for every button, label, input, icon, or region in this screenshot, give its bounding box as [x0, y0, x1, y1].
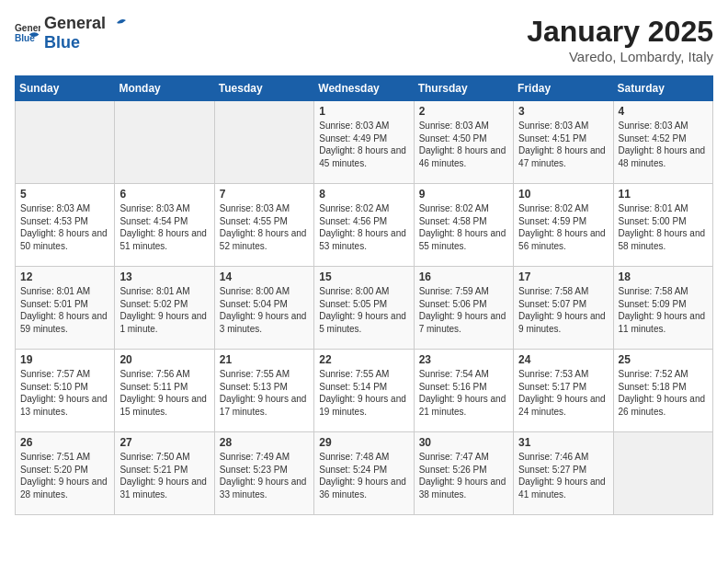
day-info: Sunrise: 8:02 AM Sunset: 4:58 PM Dayligh… [419, 202, 508, 252]
calendar-cell: 29Sunrise: 7:48 AM Sunset: 5:24 PM Dayli… [314, 432, 414, 515]
calendar-cell: 11Sunrise: 8:01 AM Sunset: 5:00 PM Dayli… [613, 184, 712, 267]
day-number: 31 [518, 436, 608, 449]
calendar-week-row: 12Sunrise: 8:01 AM Sunset: 5:01 PM Dayli… [16, 267, 713, 350]
calendar-cell: 19Sunrise: 7:57 AM Sunset: 5:10 PM Dayli… [16, 350, 115, 432]
day-info: Sunrise: 8:02 AM Sunset: 4:56 PM Dayligh… [319, 202, 408, 252]
day-number: 17 [518, 270, 608, 283]
day-number: 15 [319, 270, 408, 283]
calendar-cell: 5Sunrise: 8:03 AM Sunset: 4:53 PM Daylig… [16, 184, 115, 267]
calendar-cell: 25Sunrise: 7:52 AM Sunset: 5:18 PM Dayli… [613, 350, 712, 432]
calendar-header-thursday: Thursday [414, 76, 513, 101]
calendar-header-saturday: Saturday [613, 76, 712, 101]
day-number: 26 [20, 436, 109, 449]
calendar-cell: 3Sunrise: 8:03 AM Sunset: 4:51 PM Daylig… [514, 101, 613, 184]
calendar-week-row: 5Sunrise: 8:03 AM Sunset: 4:53 PM Daylig… [16, 184, 713, 267]
calendar-cell: 12Sunrise: 8:01 AM Sunset: 5:01 PM Dayli… [16, 267, 115, 350]
day-info: Sunrise: 8:01 AM Sunset: 5:00 PM Dayligh… [619, 202, 708, 252]
day-number: 28 [220, 436, 309, 449]
calendar-cell: 4Sunrise: 8:03 AM Sunset: 4:52 PM Daylig… [613, 101, 712, 184]
calendar-subtitle: Varedo, Lombardy, Italy [527, 49, 713, 64]
day-info: Sunrise: 7:53 AM Sunset: 5:17 PM Dayligh… [518, 368, 608, 418]
calendar-cell: 10Sunrise: 8:02 AM Sunset: 4:59 PM Dayli… [514, 184, 613, 267]
calendar-cell: 24Sunrise: 7:53 AM Sunset: 5:17 PM Dayli… [514, 350, 613, 432]
day-number: 4 [619, 105, 708, 118]
logo-icon: General Blue [15, 20, 40, 46]
day-number: 2 [419, 105, 508, 118]
day-number: 20 [119, 353, 209, 366]
day-number: 30 [419, 436, 508, 449]
day-info: Sunrise: 8:02 AM Sunset: 4:59 PM Dayligh… [518, 202, 608, 252]
day-number: 16 [419, 270, 508, 283]
calendar-header-monday: Monday [115, 76, 214, 101]
calendar-cell: 23Sunrise: 7:54 AM Sunset: 5:16 PM Dayli… [414, 350, 513, 432]
calendar-cell: 9Sunrise: 8:02 AM Sunset: 4:58 PM Daylig… [414, 184, 513, 267]
day-number: 21 [220, 353, 309, 366]
calendar-week-row: 26Sunrise: 7:51 AM Sunset: 5:20 PM Dayli… [16, 432, 713, 515]
calendar-cell: 27Sunrise: 7:50 AM Sunset: 5:21 PM Dayli… [115, 432, 214, 515]
calendar-cell: 26Sunrise: 7:51 AM Sunset: 5:20 PM Dayli… [16, 432, 115, 515]
day-info: Sunrise: 8:03 AM Sunset: 4:55 PM Dayligh… [220, 202, 309, 252]
header: General Blue General Blue January 2025 V… [15, 15, 713, 64]
day-info: Sunrise: 8:03 AM Sunset: 4:51 PM Dayligh… [518, 120, 608, 169]
day-info: Sunrise: 8:03 AM Sunset: 4:53 PM Dayligh… [20, 202, 109, 252]
day-info: Sunrise: 7:54 AM Sunset: 5:16 PM Dayligh… [419, 368, 508, 418]
day-number: 27 [119, 436, 209, 449]
day-info: Sunrise: 7:51 AM Sunset: 5:20 PM Dayligh… [20, 451, 109, 500]
calendar-week-row: 19Sunrise: 7:57 AM Sunset: 5:10 PM Dayli… [16, 350, 713, 432]
day-number: 5 [20, 188, 109, 201]
day-info: Sunrise: 7:58 AM Sunset: 5:09 PM Dayligh… [619, 285, 708, 335]
day-info: Sunrise: 7:48 AM Sunset: 5:24 PM Dayligh… [319, 451, 408, 500]
day-info: Sunrise: 8:01 AM Sunset: 5:01 PM Dayligh… [20, 285, 109, 335]
logo-blue-text: Blue [44, 34, 126, 51]
day-info: Sunrise: 7:55 AM Sunset: 5:13 PM Dayligh… [220, 368, 309, 418]
day-number: 29 [319, 436, 408, 449]
logo-bird-icon [108, 16, 126, 30]
calendar-cell [613, 432, 712, 515]
day-info: Sunrise: 8:00 AM Sunset: 5:05 PM Dayligh… [319, 285, 408, 335]
calendar-cell: 14Sunrise: 8:00 AM Sunset: 5:04 PM Dayli… [214, 267, 313, 350]
calendar-week-row: 1Sunrise: 8:03 AM Sunset: 4:49 PM Daylig… [16, 101, 713, 184]
day-info: Sunrise: 7:52 AM Sunset: 5:18 PM Dayligh… [619, 368, 708, 418]
calendar-cell: 2Sunrise: 8:03 AM Sunset: 4:50 PM Daylig… [414, 101, 513, 184]
day-info: Sunrise: 8:00 AM Sunset: 5:04 PM Dayligh… [220, 285, 309, 335]
day-number: 10 [518, 188, 608, 201]
day-number: 13 [119, 270, 209, 283]
day-info: Sunrise: 8:03 AM Sunset: 4:50 PM Dayligh… [419, 120, 508, 169]
day-number: 3 [518, 105, 608, 118]
day-number: 9 [419, 188, 508, 201]
day-number: 23 [419, 353, 508, 366]
day-number: 6 [119, 188, 209, 201]
day-number: 1 [319, 105, 408, 118]
calendar-cell: 16Sunrise: 7:59 AM Sunset: 5:06 PM Dayli… [414, 267, 513, 350]
calendar-cell: 20Sunrise: 7:56 AM Sunset: 5:11 PM Dayli… [115, 350, 214, 432]
calendar-cell: 21Sunrise: 7:55 AM Sunset: 5:13 PM Dayli… [214, 350, 313, 432]
day-info: Sunrise: 7:58 AM Sunset: 5:07 PM Dayligh… [518, 285, 608, 335]
calendar-header-friday: Friday [514, 76, 613, 101]
day-info: Sunrise: 8:03 AM Sunset: 4:52 PM Dayligh… [619, 120, 708, 169]
calendar-cell: 7Sunrise: 8:03 AM Sunset: 4:55 PM Daylig… [214, 184, 313, 267]
day-number: 7 [220, 188, 309, 201]
svg-text:Blue: Blue [15, 33, 35, 43]
calendar-cell [115, 101, 214, 184]
day-number: 14 [220, 270, 309, 283]
calendar-cell: 6Sunrise: 8:03 AM Sunset: 4:54 PM Daylig… [115, 184, 214, 267]
day-info: Sunrise: 7:49 AM Sunset: 5:23 PM Dayligh… [220, 451, 309, 500]
day-info: Sunrise: 7:56 AM Sunset: 5:11 PM Dayligh… [119, 368, 209, 418]
title-area: January 2025 Varedo, Lombardy, Italy [527, 15, 713, 64]
calendar-cell: 22Sunrise: 7:55 AM Sunset: 5:14 PM Dayli… [314, 350, 414, 432]
calendar-header-sunday: Sunday [16, 76, 115, 101]
day-number: 18 [619, 270, 708, 283]
logo-general-text: General [44, 15, 106, 34]
day-number: 24 [518, 353, 608, 366]
calendar-header-tuesday: Tuesday [214, 76, 313, 101]
calendar-cell: 15Sunrise: 8:00 AM Sunset: 5:05 PM Dayli… [314, 267, 414, 350]
calendar-table: SundayMondayTuesdayWednesdayThursdayFrid… [15, 75, 713, 515]
svg-text:General: General [15, 23, 40, 33]
calendar-cell: 28Sunrise: 7:49 AM Sunset: 5:23 PM Dayli… [214, 432, 313, 515]
calendar-cell: 1Sunrise: 8:03 AM Sunset: 4:49 PM Daylig… [314, 101, 414, 184]
calendar-cell: 13Sunrise: 8:01 AM Sunset: 5:02 PM Dayli… [115, 267, 214, 350]
calendar-cell: 8Sunrise: 8:02 AM Sunset: 4:56 PM Daylig… [314, 184, 414, 267]
calendar-title: January 2025 [527, 15, 713, 49]
day-number: 12 [20, 270, 109, 283]
day-number: 25 [619, 353, 708, 366]
